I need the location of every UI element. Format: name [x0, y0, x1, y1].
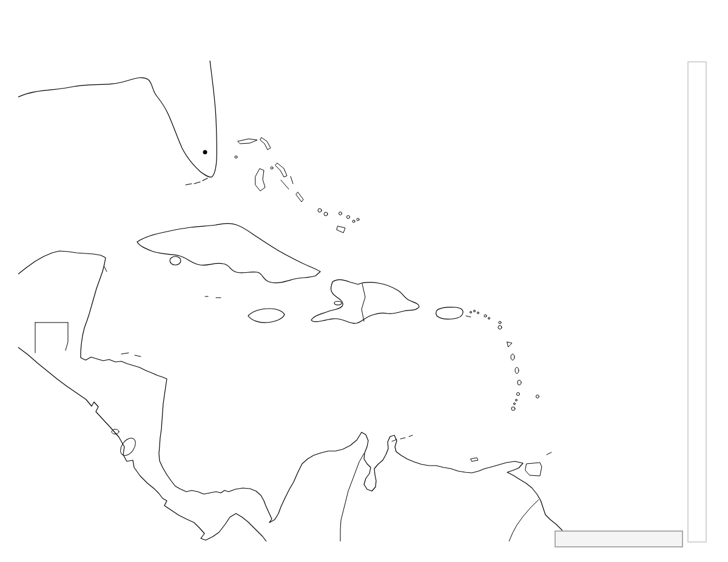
- lake-okeechobee: [203, 150, 207, 155]
- coast-jamaica: [248, 309, 285, 323]
- small-islands: [104, 267, 551, 476]
- bahamas-islands: [235, 138, 359, 233]
- coast-puerto-rico: [436, 307, 463, 319]
- coast-florida-keys: [186, 178, 207, 185]
- colorbar-cells: [689, 63, 705, 541]
- ile-gonave: [334, 301, 342, 305]
- border-haiti-dr: [362, 284, 365, 321]
- coast-gulf-florida: [18, 61, 217, 177]
- river-orinoco: [509, 500, 539, 541]
- coast-yucatan-caribbean: [18, 251, 571, 541]
- coast-hispaniola: [311, 279, 419, 323]
- credit-box: [554, 530, 683, 547]
- isla-juventud: [170, 256, 181, 265]
- coast-cuba: [137, 224, 320, 283]
- colorbar: [687, 61, 707, 543]
- colorbar-labels: [707, 61, 727, 541]
- coast-pacific-central-america: [18, 347, 266, 541]
- weather-map: [0, 0, 728, 562]
- coastlines: [18, 61, 571, 541]
- border-colombia-venezuela: [340, 453, 364, 541]
- border-belize-guatemala: [35, 323, 68, 353]
